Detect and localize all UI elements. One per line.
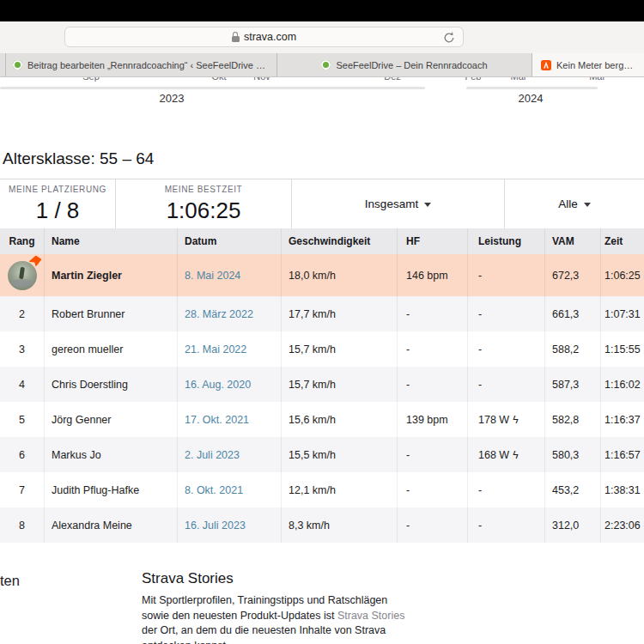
timeline-bar-2024 xyxy=(466,87,598,89)
cell-geschwindigkeit: 17,7 km/h xyxy=(282,296,398,331)
cell-geschwindigkeit: 15,5 km/h xyxy=(282,437,398,472)
my-best-time-label: MEINE BESTZEIT xyxy=(165,185,243,194)
leaderboard-header-row: Rang Name Datum Geschwindigkeit HF Leist… xyxy=(0,228,644,254)
cell-name: Martin Ziegler xyxy=(45,254,178,296)
leaderboard-row[interactable]: Martin Ziegler8. Mai 202418,0 km/h146 bp… xyxy=(0,254,644,296)
category-filter-block: Alle xyxy=(505,179,644,228)
cell-name: Alexandra Meine xyxy=(45,507,178,543)
cell-leistung: - xyxy=(468,507,545,543)
cell-vam: 580,3 xyxy=(545,437,601,472)
col-header-zeit: Zeit xyxy=(601,228,644,254)
effort-date-link[interactable]: 21. Mai 2022 xyxy=(185,343,246,355)
effort-date-link[interactable]: 2. Juli 2023 xyxy=(185,449,240,461)
cell-name: Markus Jo xyxy=(45,437,178,472)
tab-wordpress-edit[interactable]: Beitrag bearbeiten „Rennradcoaching“ ‹ S… xyxy=(6,53,277,76)
leaderboard-row[interactable]: 2Robert Brunner28. März 202217,7 km/h--6… xyxy=(0,296,644,331)
effort-date-link[interactable]: 8. Mai 2024 xyxy=(185,270,240,282)
tab-seefeeldrive[interactable]: SeeFeelDrive – Dein Rennradcoach xyxy=(277,53,532,76)
power-meter-bolt-icon: ϟ xyxy=(513,414,518,426)
col-header-rang: Rang xyxy=(0,228,45,254)
timeframe-filter-block: Insgesamt xyxy=(292,179,505,228)
cell-hf: - xyxy=(398,296,468,331)
cell-zeit: 1:06:25 xyxy=(601,254,644,296)
col-header-geschwindigkeit: Geschwindigkeit xyxy=(282,228,398,254)
cell-geschwindigkeit: 15,7 km/h xyxy=(282,331,398,367)
tab-partial[interactable] xyxy=(0,53,6,76)
cell-datum: 8. Okt. 2021 xyxy=(178,472,282,507)
cell-hf: 146 bpm xyxy=(398,254,468,296)
strava-stories-link[interactable]: Strava Stories xyxy=(337,610,405,622)
footer-truncated-text: ten xyxy=(0,573,20,589)
leaderboard-row[interactable]: 8Alexandra Meine16. Juli 20238,3 km/h--3… xyxy=(0,507,644,543)
leaderboard-row[interactable]: 3gereon mueller21. Mai 202215,7 km/h--58… xyxy=(0,331,644,367)
cell-datum: 28. März 2022 xyxy=(178,296,282,331)
cell-name: Judith Pflug-Hafke xyxy=(45,472,178,507)
cell-geschwindigkeit: 8,3 km/h xyxy=(282,507,398,543)
cell-datum: 16. Aug. 2020 xyxy=(178,367,282,402)
tab-bar: Beitrag bearbeiten „Rennradcoaching“ ‹ S… xyxy=(0,53,644,77)
cell-zeit: 1:16:57 xyxy=(601,437,644,472)
cell-name: gereon mueller xyxy=(45,331,178,367)
my-rank-label: MEINE PLATZIERUNG xyxy=(9,185,106,194)
cell-leistung: - xyxy=(468,331,545,367)
cell-rang: 8 xyxy=(0,507,45,543)
timeframe-dropdown[interactable]: Insgesamt xyxy=(365,197,431,210)
cell-rang: 4 xyxy=(0,367,45,402)
tab-title: SeeFeelDrive – Dein Rennradcoach xyxy=(336,60,487,70)
effort-date-link[interactable]: 16. Juli 2023 xyxy=(185,519,246,532)
effort-date-link[interactable]: 28. März 2022 xyxy=(185,308,253,320)
cell-zeit: 1:15:55 xyxy=(601,331,644,367)
effort-date-link[interactable]: 17. Okt. 2021 xyxy=(185,414,249,426)
chevron-down-icon xyxy=(424,203,431,207)
window-title-bar xyxy=(0,0,644,21)
tab-title: Beitrag bearbeiten „Rennradcoaching“ ‹ S… xyxy=(27,60,270,70)
col-header-leistung: Leistung xyxy=(468,228,545,254)
leaderboard-row[interactable]: 4Chris Doerstling16. Aug. 202015,7 km/h-… xyxy=(0,367,644,402)
col-header-datum: Datum xyxy=(178,228,282,254)
strava-stories-paragraph: Mit Sportlerprofilen, Trainingstipps und… xyxy=(142,593,410,644)
address-bar[interactable]: strava.com xyxy=(64,27,464,47)
cell-datum: 16. Juli 2023 xyxy=(178,507,282,543)
category-dropdown[interactable]: Alle xyxy=(558,197,591,210)
col-header-vam: VAM xyxy=(545,228,601,254)
col-header-hf: HF xyxy=(398,228,468,254)
cell-leistung: - xyxy=(468,472,545,507)
cell-name: Jörg Genner xyxy=(45,402,178,437)
power-meter-bolt-icon: ϟ xyxy=(513,449,518,461)
cell-geschwindigkeit: 15,7 km/h xyxy=(282,367,398,402)
cell-vam: 587,3 xyxy=(545,367,601,402)
leaderboard-row[interactable]: 5Jörg Genner17. Okt. 202115,6 km/h139 bp… xyxy=(0,402,644,437)
cell-geschwindigkeit: 12,1 km/h xyxy=(282,472,398,507)
my-best-time-value: 1:06:25 xyxy=(167,197,241,224)
cell-zeit: 1:16:02 xyxy=(601,367,644,402)
strava-favicon-icon xyxy=(541,60,551,70)
cell-leistung: - xyxy=(468,296,545,331)
leaderboard-row[interactable]: 6Markus Jo2. Juli 202315,5 km/h-168 Wϟ58… xyxy=(0,437,644,472)
leaderboard-row[interactable]: 7Judith Pflug-Hafke8. Okt. 202112,1 km/h… xyxy=(0,472,644,507)
cell-leistung: - xyxy=(468,367,545,402)
reload-icon[interactable] xyxy=(442,31,456,45)
cell-hf: - xyxy=(398,507,468,543)
effort-date-link[interactable]: 16. Aug. 2020 xyxy=(185,379,251,391)
my-best-time-stat: MEINE BESTZEIT 1:06:25 xyxy=(116,179,292,228)
cell-name: Robert Brunner xyxy=(45,296,178,331)
effort-date-link[interactable]: 8. Okt. 2021 xyxy=(185,484,243,496)
cell-datum: 21. Mai 2022 xyxy=(178,331,282,367)
cell-geschwindigkeit: 15,6 km/h xyxy=(282,402,398,437)
leaderboard-stats-bar: MEINE PLATZIERUNG 1 / 8 MEINE BESTZEIT 1… xyxy=(0,179,644,228)
tab-strava-segment-active[interactable]: Kein Meter bergab - von Kalba xyxy=(532,53,644,76)
cell-zeit: 1:07:31 xyxy=(601,296,644,331)
cell-leistung: - xyxy=(468,254,545,296)
cell-rang: 5 xyxy=(0,402,45,437)
age-group-heading: Altersklasse: 55 – 64 xyxy=(3,149,154,168)
cell-rang xyxy=(0,254,45,296)
orange-arrow-badge-icon xyxy=(29,256,42,267)
cell-hf: - xyxy=(398,472,468,507)
cell-vam: 453,2 xyxy=(545,472,601,507)
cell-vam: 672,3 xyxy=(545,254,601,296)
cell-hf: - xyxy=(398,331,468,367)
athlete-avatar[interactable] xyxy=(8,261,37,290)
category-dropdown-label: Alle xyxy=(558,197,578,210)
col-header-name: Name xyxy=(45,228,178,254)
cell-vam: 661,3 xyxy=(545,296,601,331)
